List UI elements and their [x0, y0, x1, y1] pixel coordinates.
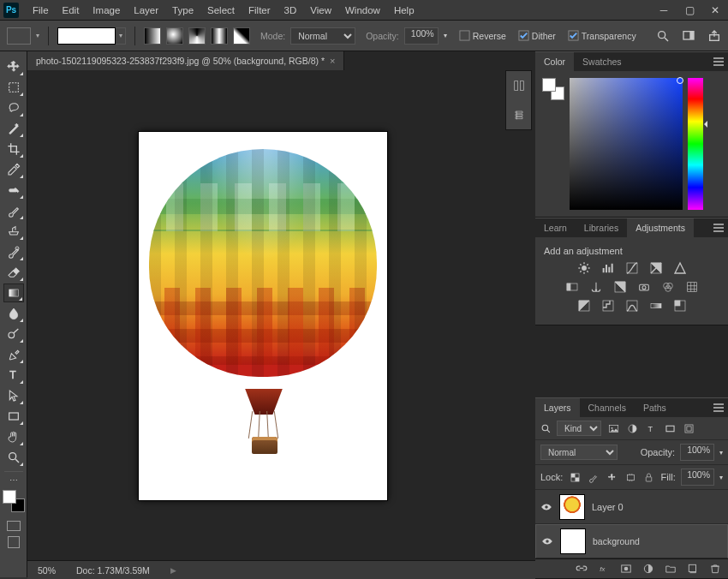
- tab-libraries[interactable]: Libraries: [576, 218, 627, 237]
- gradient-reflected-button[interactable]: [211, 27, 228, 45]
- filter-adjust-icon[interactable]: [625, 422, 639, 435]
- window-maximize-button[interactable]: ▢: [677, 2, 702, 19]
- gradient-preview[interactable]: [57, 27, 116, 45]
- fg-bg-color-picker[interactable]: [3, 490, 25, 512]
- history-panel-icon[interactable]: [506, 71, 531, 100]
- menu-3d[interactable]: 3D: [277, 0, 304, 21]
- search-icon[interactable]: [656, 29, 670, 43]
- tool-brush[interactable]: [3, 201, 24, 220]
- panel-menu-icon[interactable]: [709, 218, 728, 237]
- tool-eraser[interactable]: [3, 263, 24, 282]
- screen-mode-button[interactable]: [8, 536, 20, 548]
- filter-smart-icon[interactable]: [682, 422, 695, 435]
- properties-panel-icon[interactable]: [506, 100, 531, 129]
- tool-rectangle[interactable]: [3, 407, 24, 426]
- adj-channel-mixer-icon[interactable]: [660, 280, 676, 294]
- window-minimize-button[interactable]: ─: [651, 2, 677, 19]
- new-adjustment-icon[interactable]: [642, 563, 654, 575]
- filter-shape-icon[interactable]: [663, 422, 677, 435]
- tab-paths[interactable]: Paths: [635, 398, 675, 417]
- menu-window[interactable]: Window: [338, 0, 387, 21]
- layer-fill-input[interactable]: 100%: [681, 469, 714, 486]
- tool-eyedropper[interactable]: [3, 160, 24, 179]
- tool-spot-heal[interactable]: [3, 181, 24, 200]
- layer-row[interactable]: background: [535, 524, 728, 558]
- tool-preset-picker[interactable]: [7, 27, 31, 45]
- tool-magic-wand[interactable]: [3, 119, 24, 138]
- tool-dodge[interactable]: [3, 325, 24, 343]
- filter-type-icon[interactable]: T: [644, 422, 658, 435]
- search-icon[interactable]: [540, 423, 552, 434]
- adj-selective-color-icon[interactable]: [672, 299, 688, 313]
- hue-slider[interactable]: [688, 78, 703, 210]
- blend-mode-select[interactable]: Normal: [290, 27, 355, 45]
- canvas-area[interactable]: [27, 70, 535, 560]
- reverse-checkbox[interactable]: Reverse: [459, 30, 506, 41]
- menu-view[interactable]: View: [303, 0, 338, 21]
- doc-info[interactable]: Doc: 1.73M/3.59M: [76, 565, 150, 576]
- adj-exposure-icon[interactable]: [648, 261, 664, 275]
- tool-lasso[interactable]: [3, 98, 24, 117]
- adj-posterize-icon[interactable]: [600, 299, 616, 313]
- gradient-preset-picker[interactable]: ▾: [57, 27, 126, 45]
- doc-tab[interactable]: photo-1502119095323-253837f293f9.jpg @ 5…: [27, 51, 344, 70]
- layer-name[interactable]: Layer 0: [592, 502, 624, 512]
- panel-fg-bg-swatch[interactable]: [542, 78, 564, 100]
- transparency-checkbox[interactable]: Transparency: [568, 30, 636, 41]
- document-canvas[interactable]: [139, 132, 387, 500]
- tool-path-select[interactable]: [3, 386, 24, 405]
- adj-levels-icon[interactable]: [600, 261, 616, 275]
- layer-filter-kind-select[interactable]: Kind: [557, 421, 601, 436]
- link-layers-icon[interactable]: [576, 563, 588, 575]
- tab-color[interactable]: Color: [535, 52, 574, 71]
- adj-brightness-icon[interactable]: [576, 261, 592, 275]
- tool-history-brush[interactable]: [3, 242, 24, 261]
- adj-gradient-map-icon[interactable]: [648, 299, 664, 313]
- menu-filter[interactable]: Filter: [242, 0, 277, 21]
- layer-visibility-icon[interactable]: [540, 501, 552, 513]
- adj-invert-icon[interactable]: [576, 299, 592, 313]
- share-icon[interactable]: [707, 29, 721, 43]
- tool-move[interactable]: [3, 57, 24, 76]
- layer-opacity-input[interactable]: 100%: [680, 444, 714, 461]
- tab-swatches[interactable]: Swatches: [574, 52, 630, 71]
- new-layer-icon[interactable]: [687, 563, 699, 575]
- lock-artboard-icon[interactable]: [624, 471, 637, 484]
- lock-pixels-icon[interactable]: [568, 471, 582, 484]
- tab-channels[interactable]: Channels: [580, 398, 635, 417]
- gradient-diamond-button[interactable]: [233, 27, 250, 45]
- gradient-linear-button[interactable]: [144, 27, 161, 45]
- tool-clone-stamp[interactable]: [3, 222, 24, 241]
- workspaces-icon[interactable]: [682, 29, 695, 43]
- adj-curves-icon[interactable]: [624, 261, 640, 275]
- menu-file[interactable]: File: [26, 0, 56, 21]
- color-field[interactable]: [570, 78, 683, 210]
- menu-help[interactable]: Help: [387, 0, 421, 21]
- layer-visibility-icon[interactable]: [541, 535, 553, 547]
- doc-tab-close-icon[interactable]: ×: [330, 51, 335, 70]
- adj-vibrance-icon[interactable]: [672, 261, 688, 275]
- tool-pen[interactable]: [3, 345, 24, 364]
- gradient-radial-button[interactable]: [166, 27, 183, 45]
- adj-hue-icon[interactable]: [564, 280, 580, 294]
- layer-name[interactable]: background: [593, 536, 640, 546]
- tool-crop[interactable]: [3, 140, 24, 158]
- tab-learn[interactable]: Learn: [535, 218, 576, 237]
- tool-marquee[interactable]: [3, 78, 24, 97]
- tool-blur[interactable]: [3, 304, 24, 323]
- tab-layers[interactable]: Layers: [535, 398, 580, 417]
- menu-select[interactable]: Select: [200, 0, 242, 21]
- layer-thumbnail[interactable]: [559, 494, 585, 520]
- chevron-down-icon[interactable]: ▾: [116, 27, 126, 45]
- zoom-level[interactable]: 50%: [38, 565, 56, 576]
- edit-toolbar-icon[interactable]: ⋯: [9, 475, 18, 485]
- menu-type[interactable]: Type: [165, 0, 200, 21]
- gradient-angle-button[interactable]: [188, 27, 206, 45]
- delete-layer-icon[interactable]: [709, 563, 721, 575]
- tab-adjustments[interactable]: Adjustments: [627, 218, 694, 237]
- tool-zoom[interactable]: [3, 448, 24, 467]
- layer-row[interactable]: Layer 0: [535, 490, 728, 524]
- filter-pixel-icon[interactable]: [606, 422, 620, 435]
- adj-threshold-icon[interactable]: [624, 299, 640, 313]
- lock-paint-icon[interactable]: [587, 471, 600, 484]
